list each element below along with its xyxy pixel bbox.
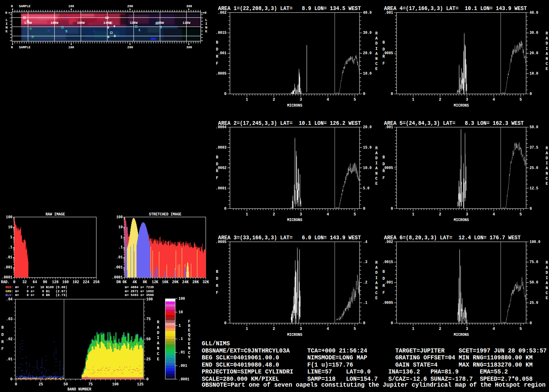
svg-text:F: F: [382, 176, 385, 180]
svg-text:C: C: [375, 291, 378, 295]
svg-text:END SCLK=04019080.48.0: END SCLK=04019080.48.0 F(1 u)=157.76 GAI…: [202, 361, 533, 368]
svg-text:5.0: 5.0: [363, 186, 370, 191]
svg-text:4: 4: [327, 327, 329, 331]
svg-text:155W: 155W: [77, 21, 85, 25]
svg-text:AREA 2=(17,245,3,3) LAT= 10.1: AREA 2=(17,245,3,3) LAT= 10.1 LON= 126.2…: [218, 120, 361, 127]
svg-text:D: D: [216, 277, 218, 281]
svg-text:I: I: [546, 161, 548, 166]
svg-text:5: 5: [354, 98, 356, 102]
svg-text:25.0: 25.0: [530, 301, 538, 305]
svg-text:D: D: [382, 162, 385, 167]
svg-text:A: A: [546, 266, 548, 270]
svg-text:50.0: 50.0: [530, 280, 538, 285]
svg-text:N: N: [375, 57, 378, 61]
svg-text:E: E: [375, 67, 378, 71]
svg-text:.2: .2: [363, 280, 367, 285]
svg-text:100: 100: [112, 382, 119, 387]
svg-text:N: N: [546, 286, 548, 290]
svg-text:0: 0: [530, 321, 532, 326]
svg-text:0K: 0K: [122, 280, 127, 284]
svg-text:20.0: 20.0: [530, 51, 538, 56]
svg-text:4: 4: [493, 327, 495, 331]
svg-text:0: 0: [5, 11, 8, 15]
svg-text:2: 2: [273, 98, 275, 102]
svg-text:100: 100: [68, 4, 74, 8]
svg-text:.1: .1: [118, 245, 123, 250]
svg-text:R: R: [1, 340, 4, 344]
svg-text:MICRONS: MICRONS: [454, 218, 469, 222]
svg-text:30.0: 30.0: [363, 31, 372, 35]
svg-text:25: 25: [39, 382, 43, 387]
svg-text:A: A: [375, 52, 378, 56]
svg-text:A: A: [375, 281, 378, 285]
svg-text:.1: .1: [363, 301, 367, 305]
svg-text:96: 96: [43, 280, 47, 284]
svg-text:R: R: [375, 261, 378, 265]
svg-text:DN: DN: [116, 280, 121, 284]
svg-text:BEG SCLK=04019061.00.0: BEG SCLK=04019061.00.0 NIMSMODE=LONG MAP…: [202, 354, 533, 361]
svg-text:12.5: 12.5: [530, 186, 538, 191]
svg-text:.4: .4: [363, 240, 367, 244]
svg-text:100: 100: [179, 297, 185, 301]
svg-text:SAMPLE: SAMPLE: [19, 4, 30, 8]
svg-text:128: 128: [52, 280, 59, 284]
svg-text:D: D: [375, 41, 378, 46]
svg-text:1: 1: [179, 324, 181, 328]
svg-text:B: B: [216, 270, 218, 274]
svg-text:.1: .1: [8, 245, 13, 250]
svg-text:F: F: [216, 61, 218, 66]
svg-text:160: 160: [62, 280, 69, 284]
svg-text:.0015: .0015: [382, 260, 393, 264]
svg-text:E: E: [6, 29, 8, 33]
svg-text:5: 5: [520, 327, 522, 331]
svg-text:R: R: [382, 169, 385, 173]
svg-text:40.0: 40.0: [363, 11, 372, 15]
svg-text:6: 6: [27, 19, 29, 23]
svg-text:10.0: 10.0: [363, 166, 372, 170]
svg-text:.001: .001: [384, 280, 393, 285]
svg-text:5: 5: [520, 212, 522, 217]
svg-text:F: F: [1, 347, 4, 351]
svg-text:R: R: [546, 146, 548, 151]
svg-text:100: 100: [6, 215, 13, 220]
svg-text:I: I: [375, 276, 378, 280]
svg-text:.0005: .0005: [216, 72, 227, 76]
svg-text:0: 0: [363, 321, 365, 326]
svg-text:MICRONS: MICRONS: [454, 333, 469, 337]
svg-text:32K: 32K: [202, 280, 209, 284]
svg-text:300: 300: [186, 45, 192, 49]
svg-text:F: F: [216, 291, 218, 295]
svg-text:2: 2: [439, 98, 441, 102]
svg-text:3: 3: [300, 327, 302, 331]
svg-text:.0001: .0001: [179, 377, 189, 382]
svg-text:.01: .01: [179, 350, 185, 355]
svg-text:A: A: [375, 166, 378, 171]
svg-text:37.5: 37.5: [530, 146, 538, 150]
svg-text:0: 0: [363, 92, 365, 96]
svg-text:R: R: [382, 284, 385, 288]
svg-text:135W: 135W: [130, 21, 138, 25]
svg-text:A: A: [546, 52, 548, 56]
svg-text:3: 3: [300, 98, 302, 102]
svg-text:C: C: [375, 62, 378, 66]
svg-text:0: 0: [15, 382, 17, 387]
svg-text:MICRONS: MICRONS: [287, 333, 302, 337]
svg-text:R: R: [375, 146, 378, 151]
svg-text:A: A: [546, 36, 548, 41]
svg-text:STRETCHED IMAGE: STRETCHED IMAGE: [149, 212, 182, 217]
svg-text:C: C: [188, 351, 190, 355]
svg-text:1: 1: [246, 327, 248, 331]
svg-text:m= 7 s= 10 B109 (5.00): m= 7 s= 10 B109 (5.00): [15, 285, 67, 289]
svg-text:5: 5: [520, 98, 522, 102]
svg-text:.03: .03: [6, 317, 13, 321]
svg-text:D: D: [546, 41, 548, 46]
svg-text:Q: Q: [188, 333, 190, 337]
svg-text:0: 0: [391, 207, 393, 211]
svg-text:AREA 3=(33,166,3,3) LAT= 6.0: AREA 3=(33,166,3,3) LAT= 6.0 LON= 143.9 …: [218, 235, 361, 241]
svg-text:.001: .001: [179, 364, 187, 368]
svg-text:A: A: [546, 281, 548, 285]
svg-text:B: B: [216, 155, 218, 160]
svg-text:R: R: [216, 284, 218, 288]
svg-text:100: 100: [68, 45, 74, 49]
svg-text:N: N: [546, 172, 548, 176]
